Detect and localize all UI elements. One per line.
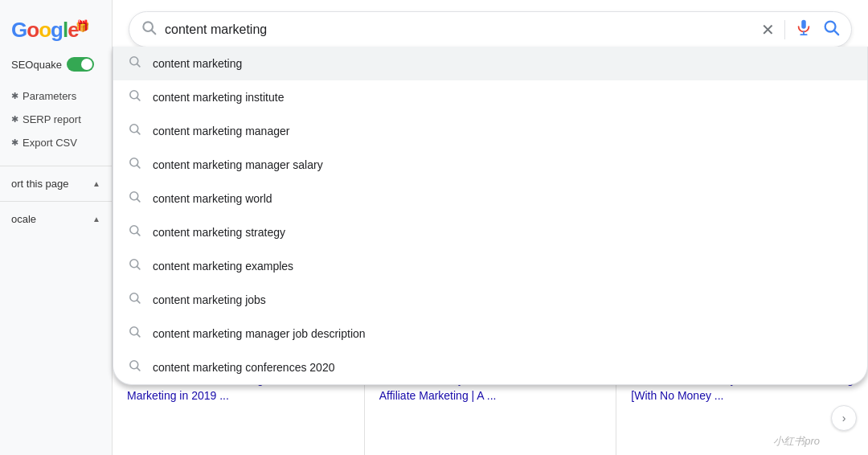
- sidebar: Google 🎁 SEOquake ✱ Parameters ✱ SERP re…: [0, 0, 113, 455]
- svg-line-10: [137, 97, 140, 100]
- search-actions: ✕: [761, 18, 840, 40]
- sidebar-item-serp-report[interactable]: ✱ SERP report: [0, 108, 112, 131]
- autocomplete-search-icon: [128, 88, 141, 106]
- sidebar-item-parameters[interactable]: ✱ Parameters: [0, 84, 112, 108]
- autocomplete-item[interactable]: content marketing conferences 2020: [113, 350, 867, 384]
- autocomplete-suggestion-text: content marketing manager job descriptio…: [153, 327, 366, 340]
- watermark: 小红书pro: [773, 434, 820, 449]
- locale-chevron-icon: ▲: [92, 215, 100, 223]
- autocomplete-item[interactable]: content marketing manager: [113, 114, 867, 148]
- svg-line-6: [834, 31, 838, 35]
- sidebar-menu: ✱ Parameters ✱ SERP report ✱ Export CSV: [0, 78, 112, 161]
- svg-line-26: [137, 367, 140, 371]
- autocomplete-search-icon: [128, 122, 141, 140]
- logo-o1: o: [27, 18, 39, 42]
- autocomplete-item[interactable]: content marketing manager job descriptio…: [113, 317, 867, 350]
- logo-o2: o: [39, 18, 51, 42]
- parameters-bullet: ✱: [11, 91, 18, 101]
- svg-line-8: [137, 64, 140, 67]
- search-bar: ✕: [129, 11, 852, 47]
- svg-rect-2: [801, 20, 806, 29]
- autocomplete-search-icon: [128, 190, 141, 207]
- logo-g2: g: [51, 18, 63, 42]
- autocomplete-suggestion-text: content marketing: [153, 57, 242, 70]
- autocomplete-search-icon: [128, 223, 141, 241]
- search-input[interactable]: [165, 23, 753, 37]
- autocomplete-suggestion-text: content marketing examples: [153, 260, 293, 273]
- autocomplete-item[interactable]: content marketing examples: [113, 249, 867, 283]
- svg-line-22: [137, 300, 140, 303]
- svg-line-24: [137, 334, 140, 337]
- autocomplete-suggestion-text: content marketing institute: [153, 91, 284, 104]
- seoquake-label: SEOquake: [11, 59, 62, 71]
- sidebar-item-export-csv[interactable]: ✱ Export CSV: [0, 131, 112, 154]
- autocomplete-search-icon: [128, 291, 141, 309]
- logo-decoration-icon: 🎁: [76, 19, 89, 32]
- svg-line-16: [137, 199, 140, 202]
- parameters-label: Parameters: [23, 90, 76, 102]
- autocomplete-item[interactable]: content marketing: [113, 47, 867, 80]
- serp-bullet: ✱: [11, 114, 18, 125]
- autocomplete-search-icon: [128, 257, 141, 275]
- autocomplete-item[interactable]: content marketing strategy: [113, 215, 867, 249]
- report-label: ort this page: [11, 178, 69, 190]
- export-bullet: ✱: [11, 137, 18, 148]
- autocomplete-suggestion-text: content marketing strategy: [153, 226, 285, 239]
- search-button-icon[interactable]: [822, 18, 840, 40]
- svg-line-18: [137, 232, 140, 236]
- search-icon-left: [141, 19, 157, 39]
- autocomplete-suggestion-text: content marketing manager: [153, 125, 289, 137]
- sidebar-divider: [0, 166, 112, 166]
- svg-line-20: [137, 266, 140, 269]
- autocomplete-search-icon: [128, 156, 141, 174]
- autocomplete-search-icon: [128, 359, 141, 376]
- mic-icon[interactable]: [795, 18, 813, 40]
- seoquake-toggle[interactable]: [67, 57, 94, 72]
- section-locale[interactable]: ocale ▲: [0, 207, 112, 232]
- autocomplete-item[interactable]: content marketing world: [113, 182, 867, 215]
- google-logo: Google 🎁: [0, 8, 112, 51]
- autocomplete-suggestion-text: content marketing world: [153, 192, 272, 205]
- svg-line-12: [137, 131, 140, 134]
- autocomplete-suggestion-text: content marketing jobs: [153, 293, 266, 306]
- search-divider: [784, 20, 785, 39]
- report-chevron-icon: ▲: [92, 179, 100, 188]
- autocomplete-search-icon: [128, 325, 141, 342]
- next-arrow-icon: ›: [842, 412, 846, 424]
- autocomplete-item[interactable]: content marketing manager salary: [113, 148, 867, 182]
- autocomplete-suggestion-text: content marketing conferences 2020: [153, 361, 334, 374]
- sidebar-divider2: [0, 201, 112, 202]
- svg-line-14: [137, 165, 140, 168]
- section-report[interactable]: ort this page ▲: [0, 171, 112, 196]
- serp-label: SERP report: [23, 113, 81, 125]
- autocomplete-item[interactable]: content marketing jobs: [113, 283, 867, 317]
- svg-line-1: [152, 31, 156, 35]
- clear-button[interactable]: ✕: [761, 22, 775, 38]
- logo-text: Google: [11, 18, 79, 43]
- autocomplete-item[interactable]: content marketing institute: [113, 80, 867, 114]
- autocomplete-dropdown: content marketing content marketing inst…: [113, 47, 868, 385]
- next-arrow-button[interactable]: ›: [831, 405, 857, 431]
- locale-label: ocale: [11, 213, 36, 225]
- autocomplete-suggestion-text: content marketing manager salary: [153, 158, 323, 171]
- watermark-text: 小红书pro: [773, 435, 820, 447]
- autocomplete-search-icon: [128, 55, 141, 72]
- seoquake-bar: SEOquake: [0, 51, 112, 78]
- logo-g: G: [11, 18, 27, 42]
- export-label: Export CSV: [23, 137, 77, 149]
